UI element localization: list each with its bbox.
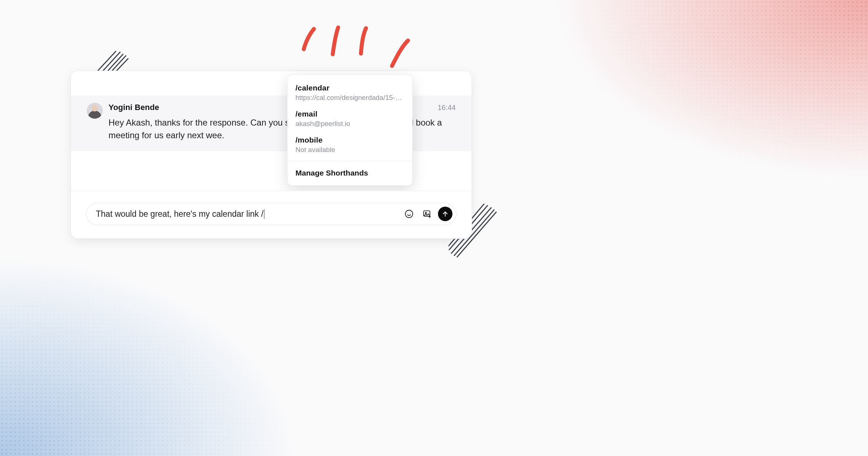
emoji-button[interactable] [402, 207, 416, 221]
text-caret [264, 209, 264, 219]
composer-area: That would be great, here's my calendar … [71, 191, 472, 238]
arrow-up-icon [441, 210, 449, 218]
svg-point-4 [425, 212, 426, 214]
sender-name: Yogini Bende [109, 103, 159, 112]
svg-point-2 [410, 213, 410, 213]
manage-shorthands-button[interactable]: Manage Shorthands [288, 161, 412, 185]
composer-input[interactable]: That would be great, here's my calendar … [96, 209, 398, 219]
shorthand-item-calendar[interactable]: /calendar https://cal.com/designerdada/1… [288, 81, 412, 107]
avatar [87, 103, 103, 119]
composer-text: That would be great, here's my calendar … [96, 209, 263, 219]
svg-point-1 [408, 213, 408, 213]
shorthand-command: /mobile [295, 136, 404, 144]
shorthand-item-email[interactable]: /email akash@peerlist.io [288, 107, 412, 133]
message-time: 16:44 [438, 104, 456, 112]
shorthand-popover: /calendar https://cal.com/designerdada/1… [287, 75, 413, 186]
shorthand-value: Not available [295, 146, 404, 154]
shorthand-value: https://cal.com/designerdada/15-… [295, 94, 404, 102]
shorthand-item-mobile[interactable]: /mobile Not available [288, 133, 412, 159]
send-button[interactable] [438, 207, 452, 221]
smiley-icon [404, 209, 414, 219]
attach-image-button[interactable] [420, 207, 434, 221]
shorthand-command: /calendar [295, 84, 404, 92]
shorthand-value: akash@peerlist.io [295, 120, 404, 128]
shorthand-command: /email [295, 110, 404, 118]
image-plus-icon [422, 209, 432, 219]
svg-point-0 [405, 210, 413, 218]
chat-card: Yogini Bende 16:44 Hey Akash, thanks for… [71, 71, 472, 239]
composer: That would be great, here's my calendar … [86, 203, 456, 225]
